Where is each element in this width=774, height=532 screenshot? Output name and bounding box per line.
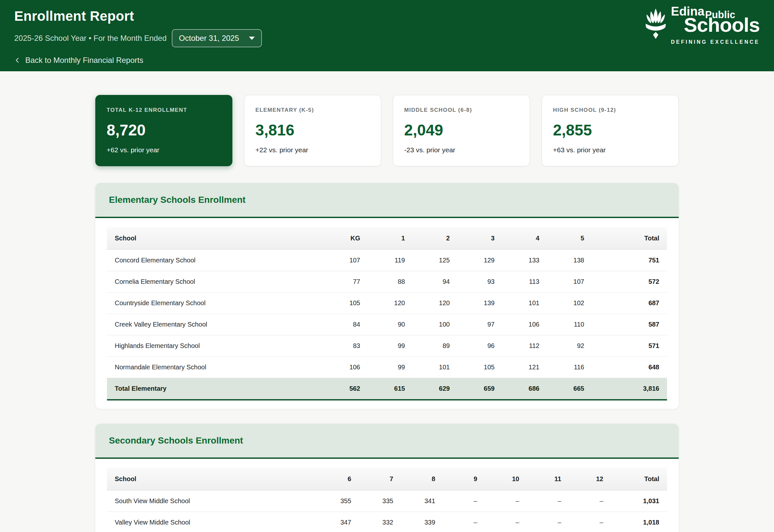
table-row: Valley View Middle School347332339––––1,… [107,512,667,532]
row-total: 687 [592,293,667,314]
logo-tagline: DEFINING EXCELLENCE [671,39,760,45]
cell-value: 121 [503,357,547,378]
cell-value: 119 [368,250,413,271]
cell-value: 659 [458,378,503,400]
district-logo: Edina Public Schools DEFINING EXCELLENCE [644,5,760,45]
cell-value: 89 [413,335,457,357]
section-header: Elementary Schools Enrollment [95,183,679,218]
section-body: SchoolKG12345Total Concord Elementary Sc… [95,218,679,409]
cell-value: 94 [413,271,457,293]
cell-value: 335 [359,491,401,512]
column-header: 2 [413,227,457,250]
cell-value: 100 [413,314,457,335]
cell-value: 355 [317,491,359,512]
stat-label: HIGH SCHOOL (9-12) [553,107,667,113]
column-header: Total [592,227,667,250]
section-body: School6789101112Total South View Middle … [95,459,679,532]
cell-value: 101 [503,293,547,314]
stat-delta: +63 vs. prior year [553,146,667,154]
cell-value: 101 [413,357,457,378]
cell-value: 562 [323,378,368,400]
column-header: 4 [503,227,547,250]
logo-text: Edina Public Schools DEFINING EXCELLENCE [671,5,760,45]
cell-value: 107 [547,271,592,293]
secondary-enrollment-section: Secondary Schools Enrollment School67891… [95,424,679,532]
section-title: Elementary Schools Enrollment [109,195,665,205]
cell-value: 106 [323,357,368,378]
stat-card-elementary: ELEMENTARY (K-5) 3,816 +22 vs. prior yea… [244,95,381,166]
stat-label: ELEMENTARY (K-5) [255,107,370,113]
stat-value: 2,855 [553,121,667,139]
back-link[interactable]: Back to Monthly Financial Reports [14,56,143,65]
cell-value: 102 [547,293,592,314]
column-header: 8 [401,468,443,491]
section-header: Secondary Schools Enrollment [95,424,679,459]
month-select[interactable]: October 31, 2025 [172,29,261,47]
stat-value: 2,049 [404,121,519,139]
cell-value: 138 [547,250,592,271]
school-name: Total Elementary [107,378,323,400]
cell-value: 615 [368,378,413,400]
table-header-row: School6789101112Total [107,468,667,491]
cell-value: – [443,512,485,532]
row-total: 571 [592,335,667,357]
cell-value: – [485,491,527,512]
cell-value: 133 [503,250,547,271]
cell-value: 92 [547,335,592,357]
column-header: 1 [368,227,413,250]
stat-card-high-school: HIGH SCHOOL (9-12) 2,855 +63 vs. prior y… [542,95,679,166]
main-content: TOTAL K-12 ENROLLMENT 8,720 +62 vs. prio… [95,71,679,532]
column-header: 12 [569,468,611,491]
stat-label: TOTAL K-12 ENROLLMENT [107,107,221,113]
table-row: Countryside Elementary School10512012013… [107,293,667,314]
cell-value: 77 [323,271,368,293]
cell-value: – [569,512,611,532]
cell-value: – [443,491,485,512]
school-name: Highlands Elementary School [107,335,323,357]
cell-value: 90 [368,314,413,335]
table-row: Creek Valley Elementary School8490100971… [107,314,667,335]
row-total: 572 [592,271,667,293]
column-header: 5 [547,227,592,250]
column-header: 7 [359,468,401,491]
table-header-row: SchoolKG12345Total [107,227,667,250]
cell-value: – [569,491,611,512]
table-row: Cornelia Elementary School77889493113107… [107,271,667,293]
school-name: Countryside Elementary School [107,293,323,314]
row-total: 1,031 [611,491,667,512]
table-row: Normandale Elementary School106991011051… [107,357,667,378]
cell-value: – [527,491,569,512]
cell-value: 93 [458,271,503,293]
column-header: 3 [458,227,503,250]
stat-label: MIDDLE SCHOOL (6-8) [404,107,519,113]
stat-card-middle-school: MIDDLE SCHOOL (6-8) 2,049 -23 vs. prior … [393,95,530,166]
cell-value: 120 [368,293,413,314]
cell-value: 84 [323,314,368,335]
chevron-down-icon [249,37,255,40]
column-header: 6 [317,468,359,491]
row-total: 751 [592,250,667,271]
table-row: Highlands Elementary School8399899611292… [107,335,667,357]
cell-value: – [527,512,569,532]
crown-emblem-icon [644,7,668,41]
stat-value: 8,720 [107,121,221,139]
stat-delta: -23 vs. prior year [404,146,519,154]
cell-value: 125 [413,250,457,271]
cell-value: 96 [458,335,503,357]
school-name: Cornelia Elementary School [107,271,323,293]
cell-value: 105 [323,293,368,314]
cell-value: 686 [503,378,547,400]
cell-value: 332 [359,512,401,532]
secondary-enrollment-table: School6789101112Total South View Middle … [107,468,667,532]
row-total: 648 [592,357,667,378]
stat-delta: +22 vs. prior year [255,146,370,154]
row-total: 1,018 [611,512,667,532]
cell-value: 99 [368,335,413,357]
school-name: Normandale Elementary School [107,357,323,378]
row-total: 587 [592,314,667,335]
row-total: 3,816 [592,378,667,400]
cell-value: 107 [323,250,368,271]
month-select-value: October 31, 2025 [179,34,239,43]
school-name: Valley View Middle School [107,512,317,532]
elementary-enrollment-table: SchoolKG12345Total Concord Elementary Sc… [107,227,667,400]
